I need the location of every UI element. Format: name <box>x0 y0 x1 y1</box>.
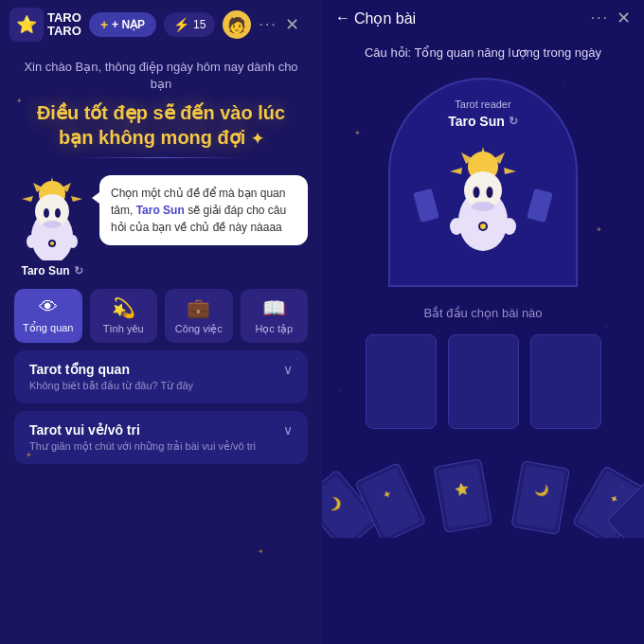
card-slot-3[interactable] <box>530 334 601 429</box>
svg-point-27 <box>503 218 516 235</box>
arch-container: Tarot reader Taro Sun ↻ <box>379 78 587 287</box>
nap-plus-icon: + <box>100 17 108 32</box>
svg-point-24 <box>487 187 493 198</box>
menu-item-tong-quan[interactable]: Tarot tổng quan ∨ Không biết bắt đầu từ … <box>14 350 308 403</box>
reader-name: Taro Sun ↻ <box>448 114 518 129</box>
question-text: Câu hỏi: Tổng quan năng lượng trong ngày <box>365 45 601 60</box>
card-slots <box>347 320 620 443</box>
character-image <box>14 175 90 260</box>
svg-text:⭐: ⭐ <box>454 480 470 496</box>
chevron-down-icon-2: ∨ <box>283 422 293 438</box>
reader-refresh-icon[interactable]: ↻ <box>509 115 518 128</box>
menu-item-header-2: Tarot vui vẻ/vô tri ∨ <box>29 422 293 438</box>
svg-point-12 <box>68 235 78 248</box>
top-bar-left: ⭐ TARO TARO + + NẠP ⚡ 15 🧑 ··· ✕ <box>0 0 322 49</box>
svg-point-25 <box>472 202 494 211</box>
menu-item-vui-ve[interactable]: Tarot vui vẻ/vô tri ∨ Thư giãn một chút … <box>14 411 308 464</box>
arch-section: Tarot reader Taro Sun ↻ <box>322 68 644 644</box>
tab-eye-icon: 👁 <box>39 296 58 318</box>
tab-love-icon: 💫 <box>112 296 135 319</box>
main-quote: Điều tốt đẹp sẽ đến vào lúc bạn không mo… <box>19 100 303 150</box>
menu-item-sub-2: Thư giãn một chút với những trải bài vui… <box>29 440 293 453</box>
speech-bubble: Chọn một chủ đề để mà bạn quan tâm, Taro… <box>99 175 308 245</box>
start-text: Bắt đầu chọn bài nào <box>423 306 542 320</box>
coins-button[interactable]: ⚡ 15 <box>164 12 215 37</box>
card-fan-svg: 🌙 ✦ ⭐ 🌙 ✦ <box>322 453 644 538</box>
logo-text: TARO TARO <box>47 11 81 39</box>
top-bar-right: ← Chọn bài ··· ✕ <box>322 0 644 36</box>
svg-point-29 <box>480 224 486 229</box>
nap-button[interactable]: + + NẠP <box>89 12 156 37</box>
svg-point-9 <box>55 208 61 218</box>
svg-point-23 <box>474 187 480 198</box>
logo: ⭐ TARO TARO <box>9 8 81 42</box>
character-label: Taro Sun ↻ <box>21 264 82 277</box>
speech-highlight: Taro Sun <box>136 204 185 217</box>
svg-point-11 <box>27 235 36 248</box>
menu-item-title-1: Tarot tổng quan <box>29 362 130 377</box>
svg-point-14 <box>50 242 54 245</box>
greeting-text: Xin chào Bạn, thông điệp ngày hôm nay dà… <box>19 59 303 93</box>
character-section: Taro Sun ↻ Chọn một chủ đề để mà bạn qua… <box>0 175 322 277</box>
close-button-left[interactable]: ✕ <box>285 14 299 35</box>
card-slot-1[interactable] <box>366 334 437 429</box>
svg-point-10 <box>43 221 62 228</box>
tab-hoc-tap[interactable]: 📖 Học tập <box>241 289 309 343</box>
tab-book-icon: 📖 <box>262 296 286 319</box>
character-right <box>431 143 535 257</box>
reader-label: Tarot reader <box>455 98 510 110</box>
logo-star-icon: ⭐ <box>16 14 37 35</box>
tab-tong-quan[interactable]: 👁 Tổng quan <box>14 289 82 343</box>
sparkle-icon: ✦ <box>251 131 263 147</box>
logo-icon: ⭐ <box>9 8 44 42</box>
lightning-icon: ⚡ <box>173 17 189 32</box>
svg-marker-4 <box>22 196 33 202</box>
more-button-right[interactable]: ··· <box>591 9 609 27</box>
svg-marker-2 <box>71 196 82 202</box>
greeting-section: Xin chào Bạn, thông điệp ngày hôm nay dà… <box>0 49 322 171</box>
avatar-icon: 🧑 <box>227 16 246 34</box>
svg-marker-17 <box>504 168 516 174</box>
avatar-button[interactable]: 🧑 <box>223 10 251 39</box>
card-slot-2[interactable] <box>448 334 519 429</box>
chevron-down-icon-1: ∨ <box>283 362 293 377</box>
topic-tabs: 👁 Tổng quan 💫 Tình yêu 💼 Công việc 📖 Học… <box>0 277 322 350</box>
tab-cong-viec[interactable]: 💼 Công việc <box>165 289 233 343</box>
menu-items: Tarot tổng quan ∨ Không biết bắt đầu từ … <box>0 350 322 464</box>
svg-point-26 <box>450 218 463 235</box>
taro-sun-character-svg <box>14 175 90 260</box>
more-button-left[interactable]: ··· <box>259 16 277 33</box>
character-refresh-icon[interactable]: ↻ <box>74 264 83 277</box>
right-panel: ✦ ✦ · ✦ · · ← Chọn bài ··· ✕ Câu hỏi: Tổ… <box>322 0 644 644</box>
character-right-svg <box>431 143 535 257</box>
menu-item-header-1: Tarot tổng quan ∨ <box>29 362 293 377</box>
divider <box>76 157 246 158</box>
question-bar: Câu hỏi: Tổng quan năng lượng trong ngày <box>322 36 644 68</box>
left-panel: ✦ ✦ · ✦ ✦ · · ⭐ TARO TARO + + NẠP ⚡ 15 🧑 <box>0 0 322 644</box>
back-button[interactable]: ← Chọn bài <box>335 9 416 27</box>
close-button-right[interactable]: ✕ <box>617 8 631 28</box>
svg-text:🌙: 🌙 <box>534 481 550 497</box>
bottom-card-fan: 🌙 ✦ ⭐ 🌙 ✦ <box>322 453 644 538</box>
arch-shape: Tarot reader Taro Sun ↻ <box>388 78 578 287</box>
tab-work-icon: 💼 <box>187 296 210 319</box>
menu-item-sub-1: Không biết bắt đầu từ đâu? Từ đây <box>29 380 293 392</box>
back-arrow-icon: ← <box>335 9 350 27</box>
menu-item-title-2: Tarot vui vẻ/vô tri <box>29 422 140 438</box>
tab-tinh-yeu[interactable]: 💫 Tình yêu <box>90 289 158 343</box>
character-left: Taro Sun ↻ <box>14 175 90 277</box>
svg-point-8 <box>44 208 49 218</box>
svg-marker-19 <box>450 168 462 174</box>
